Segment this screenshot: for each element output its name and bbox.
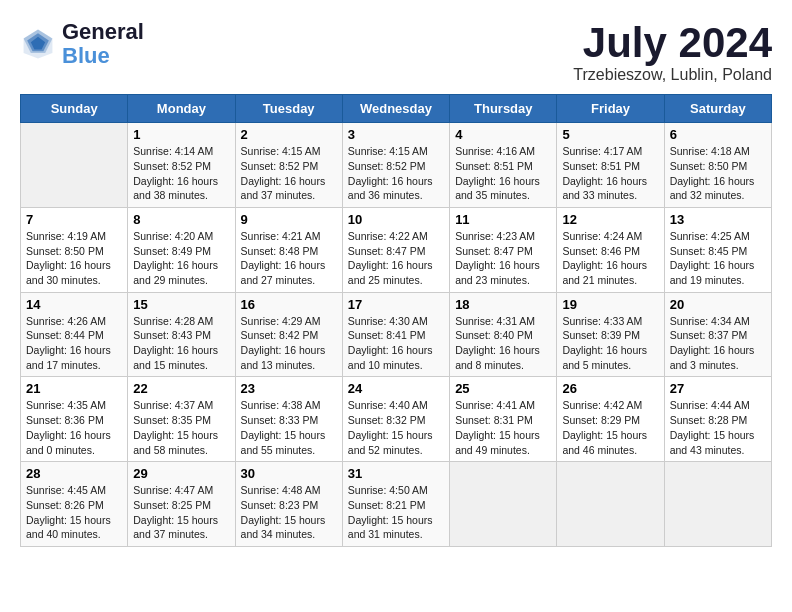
day-number: 21 [26,381,122,396]
calendar-week-row: 7Sunrise: 4:19 AM Sunset: 8:50 PM Daylig… [21,207,772,292]
day-info: Sunrise: 4:50 AM Sunset: 8:21 PM Dayligh… [348,483,444,542]
calendar-cell [557,462,664,547]
calendar-cell [450,462,557,547]
day-header: Thursday [450,95,557,123]
day-info: Sunrise: 4:19 AM Sunset: 8:50 PM Dayligh… [26,229,122,288]
day-header: Tuesday [235,95,342,123]
day-header: Monday [128,95,235,123]
calendar-cell: 4Sunrise: 4:16 AM Sunset: 8:51 PM Daylig… [450,123,557,208]
day-info: Sunrise: 4:41 AM Sunset: 8:31 PM Dayligh… [455,398,551,457]
day-number: 9 [241,212,337,227]
logo-text: General Blue [62,20,144,68]
calendar-cell: 2Sunrise: 4:15 AM Sunset: 8:52 PM Daylig… [235,123,342,208]
day-number: 30 [241,466,337,481]
day-number: 20 [670,297,766,312]
day-number: 18 [455,297,551,312]
calendar-cell: 14Sunrise: 4:26 AM Sunset: 8:44 PM Dayli… [21,292,128,377]
day-info: Sunrise: 4:25 AM Sunset: 8:45 PM Dayligh… [670,229,766,288]
day-info: Sunrise: 4:29 AM Sunset: 8:42 PM Dayligh… [241,314,337,373]
day-number: 16 [241,297,337,312]
day-number: 4 [455,127,551,142]
calendar-cell: 1Sunrise: 4:14 AM Sunset: 8:52 PM Daylig… [128,123,235,208]
day-number: 12 [562,212,658,227]
calendar-cell: 6Sunrise: 4:18 AM Sunset: 8:50 PM Daylig… [664,123,771,208]
day-header: Wednesday [342,95,449,123]
day-number: 31 [348,466,444,481]
title-area: July 2024 Trzebieszow, Lublin, Poland [573,20,772,84]
day-info: Sunrise: 4:28 AM Sunset: 8:43 PM Dayligh… [133,314,229,373]
calendar-cell [664,462,771,547]
page-header: General Blue July 2024 Trzebieszow, Lubl… [20,20,772,84]
day-number: 13 [670,212,766,227]
calendar-cell: 10Sunrise: 4:22 AM Sunset: 8:47 PM Dayli… [342,207,449,292]
calendar-cell: 12Sunrise: 4:24 AM Sunset: 8:46 PM Dayli… [557,207,664,292]
day-number: 14 [26,297,122,312]
day-info: Sunrise: 4:33 AM Sunset: 8:39 PM Dayligh… [562,314,658,373]
calendar-week-row: 21Sunrise: 4:35 AM Sunset: 8:36 PM Dayli… [21,377,772,462]
day-info: Sunrise: 4:15 AM Sunset: 8:52 PM Dayligh… [241,144,337,203]
day-header: Sunday [21,95,128,123]
calendar-cell: 7Sunrise: 4:19 AM Sunset: 8:50 PM Daylig… [21,207,128,292]
calendar-cell: 24Sunrise: 4:40 AM Sunset: 8:32 PM Dayli… [342,377,449,462]
day-info: Sunrise: 4:17 AM Sunset: 8:51 PM Dayligh… [562,144,658,203]
calendar-cell: 20Sunrise: 4:34 AM Sunset: 8:37 PM Dayli… [664,292,771,377]
day-number: 10 [348,212,444,227]
calendar-cell: 11Sunrise: 4:23 AM Sunset: 8:47 PM Dayli… [450,207,557,292]
calendar-cell: 13Sunrise: 4:25 AM Sunset: 8:45 PM Dayli… [664,207,771,292]
day-number: 29 [133,466,229,481]
day-info: Sunrise: 4:44 AM Sunset: 8:28 PM Dayligh… [670,398,766,457]
day-info: Sunrise: 4:21 AM Sunset: 8:48 PM Dayligh… [241,229,337,288]
day-info: Sunrise: 4:40 AM Sunset: 8:32 PM Dayligh… [348,398,444,457]
calendar-cell: 18Sunrise: 4:31 AM Sunset: 8:40 PM Dayli… [450,292,557,377]
calendar-cell: 26Sunrise: 4:42 AM Sunset: 8:29 PM Dayli… [557,377,664,462]
day-number: 2 [241,127,337,142]
day-info: Sunrise: 4:26 AM Sunset: 8:44 PM Dayligh… [26,314,122,373]
calendar-cell: 19Sunrise: 4:33 AM Sunset: 8:39 PM Dayli… [557,292,664,377]
calendar-cell: 28Sunrise: 4:45 AM Sunset: 8:26 PM Dayli… [21,462,128,547]
day-info: Sunrise: 4:23 AM Sunset: 8:47 PM Dayligh… [455,229,551,288]
month-title: July 2024 [573,20,772,66]
day-number: 25 [455,381,551,396]
calendar-week-row: 28Sunrise: 4:45 AM Sunset: 8:26 PM Dayli… [21,462,772,547]
calendar-table: SundayMondayTuesdayWednesdayThursdayFrid… [20,94,772,547]
day-number: 26 [562,381,658,396]
day-info: Sunrise: 4:47 AM Sunset: 8:25 PM Dayligh… [133,483,229,542]
calendar-cell: 27Sunrise: 4:44 AM Sunset: 8:28 PM Dayli… [664,377,771,462]
calendar-cell: 25Sunrise: 4:41 AM Sunset: 8:31 PM Dayli… [450,377,557,462]
day-info: Sunrise: 4:22 AM Sunset: 8:47 PM Dayligh… [348,229,444,288]
calendar-cell: 8Sunrise: 4:20 AM Sunset: 8:49 PM Daylig… [128,207,235,292]
day-number: 5 [562,127,658,142]
day-info: Sunrise: 4:37 AM Sunset: 8:35 PM Dayligh… [133,398,229,457]
day-number: 7 [26,212,122,227]
calendar-cell: 17Sunrise: 4:30 AM Sunset: 8:41 PM Dayli… [342,292,449,377]
calendar-cell: 29Sunrise: 4:47 AM Sunset: 8:25 PM Dayli… [128,462,235,547]
day-info: Sunrise: 4:24 AM Sunset: 8:46 PM Dayligh… [562,229,658,288]
day-info: Sunrise: 4:35 AM Sunset: 8:36 PM Dayligh… [26,398,122,457]
logo: General Blue [20,20,144,68]
calendar-cell: 21Sunrise: 4:35 AM Sunset: 8:36 PM Dayli… [21,377,128,462]
day-number: 6 [670,127,766,142]
calendar-header-row: SundayMondayTuesdayWednesdayThursdayFrid… [21,95,772,123]
day-info: Sunrise: 4:16 AM Sunset: 8:51 PM Dayligh… [455,144,551,203]
day-info: Sunrise: 4:15 AM Sunset: 8:52 PM Dayligh… [348,144,444,203]
calendar-cell: 15Sunrise: 4:28 AM Sunset: 8:43 PM Dayli… [128,292,235,377]
day-number: 23 [241,381,337,396]
day-info: Sunrise: 4:18 AM Sunset: 8:50 PM Dayligh… [670,144,766,203]
day-info: Sunrise: 4:14 AM Sunset: 8:52 PM Dayligh… [133,144,229,203]
day-number: 17 [348,297,444,312]
calendar-cell: 31Sunrise: 4:50 AM Sunset: 8:21 PM Dayli… [342,462,449,547]
day-number: 15 [133,297,229,312]
day-number: 1 [133,127,229,142]
day-info: Sunrise: 4:34 AM Sunset: 8:37 PM Dayligh… [670,314,766,373]
calendar-cell: 9Sunrise: 4:21 AM Sunset: 8:48 PM Daylig… [235,207,342,292]
calendar-cell: 23Sunrise: 4:38 AM Sunset: 8:33 PM Dayli… [235,377,342,462]
day-number: 19 [562,297,658,312]
calendar-cell: 16Sunrise: 4:29 AM Sunset: 8:42 PM Dayli… [235,292,342,377]
calendar-week-row: 14Sunrise: 4:26 AM Sunset: 8:44 PM Dayli… [21,292,772,377]
day-info: Sunrise: 4:42 AM Sunset: 8:29 PM Dayligh… [562,398,658,457]
calendar-cell: 30Sunrise: 4:48 AM Sunset: 8:23 PM Dayli… [235,462,342,547]
calendar-cell: 22Sunrise: 4:37 AM Sunset: 8:35 PM Dayli… [128,377,235,462]
day-info: Sunrise: 4:45 AM Sunset: 8:26 PM Dayligh… [26,483,122,542]
day-info: Sunrise: 4:20 AM Sunset: 8:49 PM Dayligh… [133,229,229,288]
day-number: 11 [455,212,551,227]
